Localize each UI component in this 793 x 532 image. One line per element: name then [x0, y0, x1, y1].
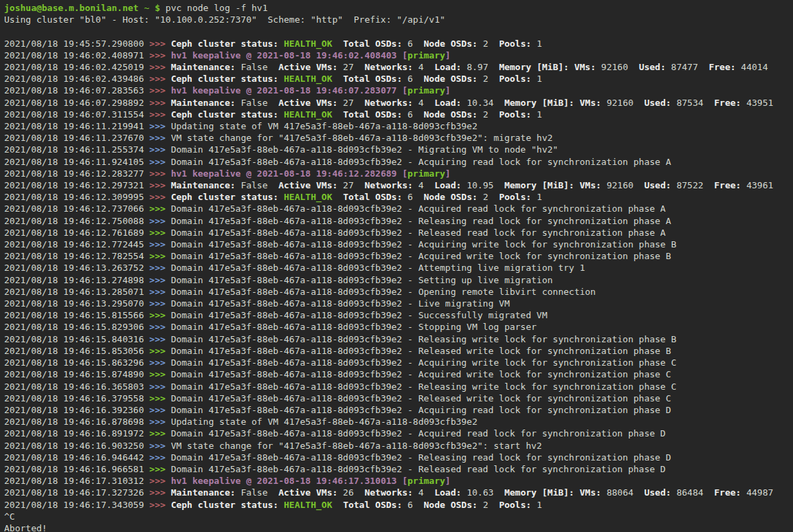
log-marker-blue: >>>: [149, 263, 165, 273]
log-timestamp: 2021/08/18 19:46:13.274898: [4, 275, 144, 285]
log-text: Domain 417e5a3f-88eb-467a-a118-8d093cfb3…: [171, 334, 677, 344]
log-line: 2021/08/18 19:46:16.891972 >>> Domain 41…: [4, 428, 790, 439]
log-text: 2: [478, 192, 499, 202]
log-text: 6: [402, 500, 423, 510]
log-text: 44987: [741, 487, 773, 498]
log-text: Load:: [434, 62, 461, 72]
log-text: 6: [402, 38, 423, 49]
log-marker-red: >>>: [149, 476, 165, 486]
log-text: ]: [445, 476, 451, 486]
log-text: 44014: [736, 62, 768, 72]
log-text: Domain 417e5a3f-88eb-467a-a118-8d093cfb3…: [171, 346, 671, 356]
log-text: ]: [445, 168, 451, 179]
log-line: 2021/08/18 19:46:12.761689 >>> Domain 41…: [4, 227, 790, 239]
log-text: [278, 192, 284, 202]
log-text: hv1 keepalive @ 2021-08-18 19:46:02.4084…: [171, 50, 407, 60]
log-text: Load:: [434, 487, 461, 498]
log-text: 6: [402, 74, 423, 84]
log-timestamp: 2021/08/18 19:46:16.891972: [4, 428, 144, 439]
log-text: False: [236, 487, 279, 498]
prompt-user-host: joshua@base.m.bonilan.net: [4, 3, 139, 13]
log-text: Domain 417e5a3f-88eb-467a-a118-8d093cfb3…: [171, 228, 666, 238]
log-marker-green: >>>: [149, 393, 165, 403]
log-text: 6: [402, 192, 423, 202]
log-text: primary: [407, 85, 445, 96]
log-text: Active VMs:: [278, 98, 337, 108]
log-line: 2021/08/18 19:46:12.737066 >>> Domain 41…: [4, 203, 790, 214]
log-timestamp: 2021/08/18 19:46:11.924105: [4, 157, 144, 167]
log-text: HEALTH_OK: [284, 109, 332, 120]
log-marker-green: >>>: [149, 228, 165, 238]
prompt-cwd: ~: [144, 3, 150, 13]
log-text: 27: [337, 180, 364, 190]
log-text: Updating state of VM 417e5a3f-88eb-467a-…: [171, 417, 478, 427]
log-text: Active VMs:: [278, 180, 337, 190]
log-line: 2021/08/18 19:46:02.439486 >>> Ceph clus…: [4, 73, 790, 85]
aborted-text: Aborted!: [4, 523, 47, 532]
log-marker-red: >>>: [149, 62, 165, 72]
log-text: Domain 417e5a3f-88eb-467a-a118-8d093cfb3…: [171, 405, 671, 415]
log-text: 92160: [596, 62, 639, 72]
log-text: Active VMs:: [278, 487, 337, 498]
log-text: Networks:: [364, 487, 412, 498]
log-marker-blue: >>>: [149, 417, 165, 427]
log-marker-red: >>>: [149, 50, 165, 60]
log-line: 2021/08/18 19:46:12.309995 >>> Ceph clus…: [4, 191, 790, 203]
log-marker-green: >>>: [149, 369, 165, 379]
log-text: hv1 keepalive @ 2021-08-18 19:46:17.3100…: [171, 476, 407, 486]
log-timestamp: 2021/08/18 19:46:11.219941: [4, 121, 144, 131]
log-text: [332, 109, 343, 120]
log-text: 1: [531, 109, 542, 120]
log-line: 2021/08/18 19:46:16.379558 >>> Domain 41…: [4, 392, 790, 404]
log-text: Free:: [714, 487, 741, 498]
log-line: 2021/08/18 19:46:15.815566 >>> Domain 41…: [4, 309, 790, 321]
log-text: 1: [531, 192, 542, 202]
log-marker-red: >>>: [149, 192, 165, 202]
log-marker-blue: >>>: [149, 287, 165, 297]
log-timestamp: 2021/08/18 19:46:11.237670: [4, 133, 144, 143]
log-text: Memory [MiB]:: [504, 98, 574, 108]
log-timestamp: 2021/08/18 19:46:15.853056: [4, 346, 144, 356]
log-timestamp: 2021/08/18 19:46:12.772445: [4, 239, 144, 250]
log-text: Pools:: [499, 74, 531, 84]
log-text: Domain 417e5a3f-88eb-467a-a118-8d093cfb3…: [171, 263, 585, 273]
interrupt-text: ^C: [4, 511, 15, 522]
log-text: 2: [478, 74, 499, 84]
prompt-symbol: $: [155, 3, 160, 13]
log-timestamp: 2021/08/18 19:46:16.946442: [4, 452, 144, 463]
log-marker-blue: >>>: [149, 275, 165, 285]
log-text: HEALTH_OK: [284, 74, 332, 84]
log-text: 27: [337, 98, 364, 108]
log-line: 2021/08/18 19:46:17.327326 >>> Maintenan…: [4, 487, 790, 498]
log-text: Domain 417e5a3f-88eb-467a-a118-8d093cfb3…: [171, 298, 510, 309]
log-text: 92160: [601, 180, 645, 190]
log-text: [278, 500, 284, 510]
log-text: VMs:: [580, 180, 601, 190]
log-timestamp: 2021/08/18 19:46:15.840316: [4, 334, 144, 344]
log-line: 2021/08/18 19:46:16.878698 >>> Updating …: [4, 416, 790, 428]
log-text: Domain 417e5a3f-88eb-467a-a118-8d093cfb3…: [171, 216, 671, 226]
log-text: primary: [407, 50, 445, 60]
log-text: Ceph cluster status:: [171, 38, 279, 49]
log-line: 2021/08/18 19:46:15.829306 >>> Domain 41…: [4, 321, 790, 333]
log-line: 2021/08/18 19:46:17.310312 >>> hv1 keepa…: [4, 475, 790, 487]
log-marker-green: >>>: [149, 251, 165, 261]
log-line: 2021/08/18 19:46:16.365803 >>> Domain 41…: [4, 381, 790, 392]
log-text: 1: [531, 38, 542, 49]
log-line: 2021/08/18 19:46:12.782554 >>> Domain 41…: [4, 250, 790, 262]
log-text: [332, 500, 343, 510]
log-text: [332, 192, 343, 202]
log-text: False: [236, 98, 279, 108]
log-text: Domain 417e5a3f-88eb-467a-a118-8d093cfb3…: [171, 144, 559, 155]
log-text: Pools:: [499, 109, 531, 120]
log-text: [278, 109, 284, 120]
log-line: 2021/08/18 19:46:15.863296 >>> Domain 41…: [4, 357, 790, 368]
log-text: 88064: [601, 487, 645, 498]
log-timestamp: 2021/08/18 19:46:12.750088: [4, 216, 144, 226]
log-text: HEALTH_OK: [284, 500, 332, 510]
log-text: Maintenance:: [171, 180, 236, 190]
log-marker-blue: >>>: [149, 133, 165, 143]
log-line: 2021/08/18 19:46:17.343059 >>> Ceph clus…: [4, 499, 790, 511]
log-text: Maintenance:: [171, 98, 236, 108]
terminal-window[interactable]: joshua@base.m.bonilan.net ~ $ pvc node l…: [0, 0, 793, 532]
